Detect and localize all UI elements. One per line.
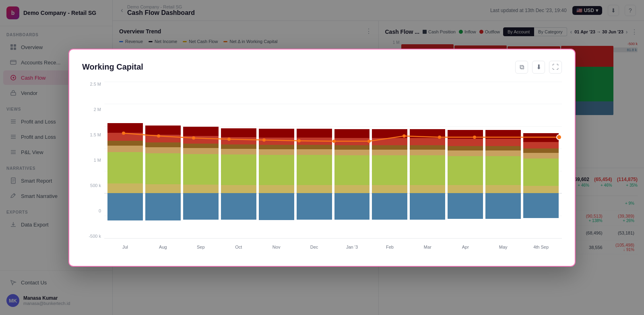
modal-fullscreen-btn[interactable]: ⛶: [549, 61, 562, 74]
modal-overlay[interactable]: Working Capital ⧉ ⬇ ⛶ 2.5 M 2 M 1.5 M 1 …: [0, 0, 644, 315]
bars-container: [104, 82, 562, 238]
x-axis: Jul Aug Sep Oct Nov Dec Jan '3 Feb Mar A…: [104, 239, 562, 255]
chart-area: [104, 82, 562, 239]
modal-download-btn[interactable]: ⬇: [532, 61, 545, 74]
modal-copy-btn[interactable]: ⧉: [515, 61, 528, 74]
modal-actions: ⧉ ⬇ ⛶: [515, 61, 562, 74]
working-capital-chart: 2.5 M 2 M 1.5 M 1 M 500 k 0 -500 k: [82, 82, 562, 255]
working-capital-modal: Working Capital ⧉ ⬇ ⛶ 2.5 M 2 M 1.5 M 1 …: [68, 49, 576, 267]
modal-header: Working Capital ⧉ ⬇ ⛶: [82, 61, 562, 74]
y-axis: 2.5 M 2 M 1.5 M 1 M 500 k 0 -500 k: [82, 82, 104, 239]
modal-title: Working Capital: [82, 62, 143, 72]
